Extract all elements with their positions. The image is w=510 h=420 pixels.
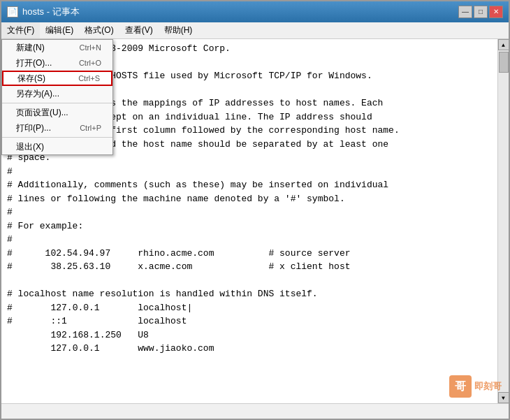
menu-new-label: 新建(N) — [16, 42, 45, 54]
menu-saveas[interactable]: 另存为(A)... — [2, 86, 112, 101]
menu-new[interactable]: 新建(N) Ctrl+N — [2, 40, 112, 55]
menu-item-file[interactable]: 文件(F) 新建(N) Ctrl+N 打开(O)... Ctrl+O 保存(S)… — [1, 22, 40, 38]
close-button[interactable]: ✕ — [489, 6, 503, 18]
menu-print[interactable]: 打印(P)... Ctrl+P — [2, 120, 112, 136]
scroll-thumb[interactable] — [499, 52, 509, 73]
title-text: 📄 hosts - 记事本 — [7, 6, 80, 18]
app-icon: 📄 — [7, 6, 18, 17]
menu-saveas-label: 另存为(A)... — [16, 88, 59, 100]
menu-item-edit[interactable]: 编辑(E) — [40, 22, 79, 38]
menu-save[interactable]: 保存(S) Ctrl+S — [2, 71, 112, 86]
separator-1 — [2, 103, 112, 103]
menu-item-help[interactable]: 帮助(H) — [159, 22, 198, 38]
title-bar: 📄 hosts - 记事本 — □ ✕ — [1, 1, 509, 22]
watermark: 哥 即刻哥 — [449, 375, 502, 398]
menu-open-shortcut: Ctrl+O — [79, 59, 101, 67]
menu-save-label: 保存(S) — [17, 73, 45, 85]
notepad-window: 📄 hosts - 记事本 — □ ✕ 文件(F) 新建(N) Ctrl+N 打… — [0, 0, 510, 420]
menu-new-shortcut: Ctrl+N — [80, 43, 101, 52]
file-dropdown: 新建(N) Ctrl+N 打开(O)... Ctrl+O 保存(S) Ctrl+… — [1, 39, 113, 155]
menu-save-shortcut: Ctrl+S — [78, 74, 100, 82]
menu-pagesetup-label: 页面设置(U)... — [16, 107, 68, 119]
scroll-up-arrow[interactable]: ▲ — [498, 39, 509, 50]
menu-file-label: 文件(F) — [7, 24, 34, 36]
separator-2 — [2, 137, 112, 138]
menu-item-format[interactable]: 格式(O) — [79, 22, 119, 38]
watermark-text: 即刻哥 — [474, 380, 502, 393]
menu-item-view[interactable]: 查看(V) — [119, 22, 159, 38]
menu-bar: 文件(F) 新建(N) Ctrl+N 打开(O)... Ctrl+O 保存(S)… — [1, 22, 509, 39]
menu-exit-label: 退出(X) — [16, 141, 44, 153]
watermark-logo: 哥 — [449, 375, 472, 398]
menu-open-label: 打开(O)... — [16, 57, 52, 69]
window-title: hosts - 记事本 — [22, 6, 80, 18]
menu-edit-label: 编辑(E) — [45, 24, 73, 36]
menu-view-label: 查看(V) — [125, 24, 153, 36]
minimize-button[interactable]: — — [458, 6, 472, 18]
menu-format-label: 格式(O) — [85, 24, 113, 36]
status-bar — [1, 403, 509, 419]
menu-pagesetup[interactable]: 页面设置(U)... — [2, 105, 112, 120]
vertical-scrollbar[interactable]: ▲ ▼ — [497, 39, 509, 403]
menu-open[interactable]: 打开(O)... Ctrl+O — [2, 55, 112, 71]
maximize-button[interactable]: □ — [474, 6, 488, 18]
menu-help-label: 帮助(H) — [164, 24, 193, 36]
title-controls: — □ ✕ — [458, 6, 503, 18]
menu-exit[interactable]: 退出(X) — [2, 139, 112, 154]
menu-print-shortcut: Ctrl+P — [80, 124, 101, 132]
menu-print-label: 打印(P)... — [16, 122, 51, 134]
